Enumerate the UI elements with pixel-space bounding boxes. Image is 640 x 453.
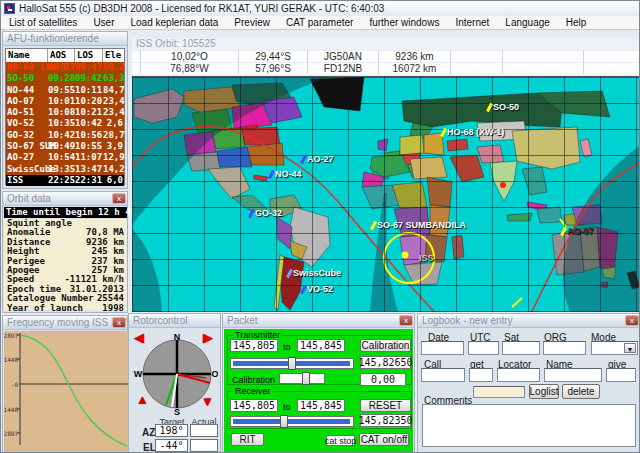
menu-item-internet[interactable]: Internet: [447, 17, 497, 28]
az-label: AZ: [142, 427, 155, 438]
date-input[interactable]: [421, 341, 464, 355]
satellite-marker-icon: [300, 284, 307, 293]
satellite-marker-icon: [412, 253, 419, 262]
tx-frequency-slider[interactable]: [230, 358, 354, 369]
close-icon[interactable]: x: [112, 317, 126, 328]
rotate-right-button[interactable]: ▶: [203, 331, 213, 344]
utc-input[interactable]: [468, 341, 499, 355]
rx-freq-to-field[interactable]: 145,845: [297, 399, 345, 412]
table-row[interactable]: HO-68 (XW-109:2709:4750,2: [6, 62, 124, 73]
tx-to-label: to: [283, 342, 291, 352]
rx-freq-from-field[interactable]: 145,805: [230, 399, 278, 412]
map-satellite-label: SO-67 SUMBANDILA: [372, 220, 466, 230]
sat-input[interactable]: [502, 341, 540, 355]
chevron-down-icon[interactable]: ▼: [624, 343, 636, 353]
cat-stop-indicator[interactable]: cat stop: [326, 435, 355, 446]
close-icon[interactable]: x: [112, 193, 126, 204]
packet-body: Transmitter 145,805 to 145,845 Calibrati…: [224, 329, 413, 452]
elevation-down-button[interactable]: ▼: [201, 395, 214, 408]
name-input[interactable]: [544, 368, 602, 382]
map-satellite-label: ISS: [414, 253, 434, 263]
satellite-marker-icon: [286, 268, 293, 277]
cat-onoff-button[interactable]: CAT on/off: [359, 433, 409, 446]
tx-freq-from-field[interactable]: 145,805: [230, 339, 278, 352]
quick-entry-input[interactable]: [473, 386, 525, 398]
compass-north-label: N: [174, 334, 181, 342]
iss-latitude: 29,44°S: [239, 50, 308, 62]
table-row[interactable]: AO-0710:0110:2023,4: [6, 96, 124, 107]
give-input[interactable]: [606, 368, 636, 382]
call-input[interactable]: [421, 368, 465, 382]
iss-longitude-2: 76,88°W: [141, 62, 239, 74]
app-window: HalloSat 555 (c) DB3DH 2008 - Licensed f…: [0, 0, 640, 453]
menu-item-language[interactable]: Language: [497, 17, 558, 28]
menu-item-load-keplerian-data[interactable]: Load keplerian data: [123, 17, 227, 28]
rotor-control-panel: Rotorcontrol N S W O ◀ ▶ ▲ ▼ Target Actu…: [128, 313, 221, 453]
rotate-left-button[interactable]: ◀: [134, 331, 144, 344]
table-row[interactable]: GO-3210:4210:5628,7: [6, 130, 124, 141]
mode-select[interactable]: ▼: [591, 341, 638, 355]
doppler-curve-chart: 2897 1448 -0 -1448 -2897: [4, 331, 128, 452]
iss-latitude-2: 57,96°S: [239, 62, 308, 74]
close-icon[interactable]: x: [399, 315, 413, 326]
satellite-pass-table[interactable]: Name AOS LOS Ele HO-68 (XW-109:2709:4750…: [5, 48, 125, 185]
loglist-button[interactable]: Loglist: [529, 384, 559, 399]
get-input[interactable]: [469, 368, 493, 382]
table-row[interactable]: VO-5210:3510:422,6: [6, 118, 124, 129]
rx-frequency-slider[interactable]: [230, 416, 354, 427]
menu-item-help[interactable]: Help: [558, 17, 595, 28]
close-icon[interactable]: x: [625, 315, 639, 326]
rx-current-frequency: 145,82350: [360, 414, 411, 427]
svg-text:-2897: -2897: [4, 430, 18, 437]
calibration-slider-thumb[interactable]: [302, 372, 310, 385]
pass-table-header: Name AOS LOS Ele: [6, 49, 124, 62]
svg-text:1448: 1448: [4, 356, 18, 363]
qrg-input[interactable]: [543, 341, 586, 355]
menu-item-cat-parameter[interactable]: CAT parameter: [278, 17, 361, 28]
az-actual-value: [190, 424, 218, 437]
table-row[interactable]: SO-5009:2809:4263,3: [6, 73, 124, 84]
locator-input[interactable]: [497, 368, 540, 382]
afu-panel: AFU-funktionierende Name AOS LOS Ele HO-…: [2, 31, 128, 189]
menu-item-user[interactable]: User: [85, 17, 122, 28]
tx-freq-to-field[interactable]: 145,845: [297, 339, 345, 352]
table-row[interactable]: SwissCube13:3513:4714,2: [6, 164, 124, 175]
tx-current-frequency: 145,82650: [360, 356, 411, 369]
orbit-row: Year of launch1998: [4, 304, 127, 313]
reset-button[interactable]: RESET: [360, 399, 411, 412]
rotor-panel-title: Rotorcontrol: [129, 314, 220, 328]
time-until-begin-banner: Time until begin 12 h 45 min: [4, 207, 127, 218]
az-target-value[interactable]: 198°: [155, 424, 188, 437]
frequency-panel-title: Frequency moving ISS DOWN... x: [3, 316, 127, 330]
iss-orbit-title: ISS Orbit: 105525: [132, 38, 640, 50]
table-row[interactable]: AO-5110:0810:2123,4: [6, 107, 124, 118]
rx-slider-thumb[interactable]: [280, 415, 288, 428]
doppler-frequency-panel: Frequency moving ISS DOWN... x 2897 1448…: [2, 315, 128, 453]
table-row[interactable]: AO-2710:5411:0712,9: [6, 152, 124, 163]
menu-item-further-windows[interactable]: further windows: [361, 17, 447, 28]
table-row-iss[interactable]: ISS22:2522:316,0: [6, 175, 124, 186]
map-satellite-label: AO-07: [562, 226, 594, 236]
calibration-value: 0,00: [360, 373, 406, 386]
menu-item-list-of-satellites[interactable]: List of satellites: [1, 17, 85, 28]
table-row[interactable]: SO-67 SUM10:4910:553,9: [6, 141, 124, 152]
delete-button[interactable]: delete: [562, 384, 600, 399]
map-label-layer: SO-50 HO-68 (XW-1) AO-27 NO-44 GO-32 Swi…: [132, 77, 640, 312]
el-target-value[interactable]: -44°: [155, 439, 188, 452]
satellite-marker-icon: [560, 226, 567, 235]
world-map[interactable]: SO-50 HO-68 (XW-1) AO-27 NO-44 GO-32 Swi…: [132, 76, 640, 311]
calibration-button[interactable]: Calibration: [360, 339, 411, 352]
iss-distance: 9236 km: [379, 50, 451, 62]
menu-item-preview[interactable]: Preview: [226, 17, 278, 28]
orbit-data-panel: Orbit data x Time until begin 12 h 45 mi…: [2, 191, 128, 313]
rit-button[interactable]: RIT: [231, 433, 264, 446]
table-row[interactable]: NO-4409:5510:1184,7: [6, 85, 124, 96]
afu-panel-title: AFU-funktionierende: [3, 32, 127, 46]
iss-locator: JG50AN: [308, 50, 379, 62]
tx-slider-thumb[interactable]: [288, 357, 296, 370]
comments-textarea[interactable]: [422, 404, 636, 447]
map-satellite-label: GO-32: [250, 208, 282, 218]
compass-west-label: W: [134, 369, 143, 379]
calibration-slider[interactable]: [279, 373, 325, 384]
elevation-up-button[interactable]: ▲: [136, 393, 149, 406]
